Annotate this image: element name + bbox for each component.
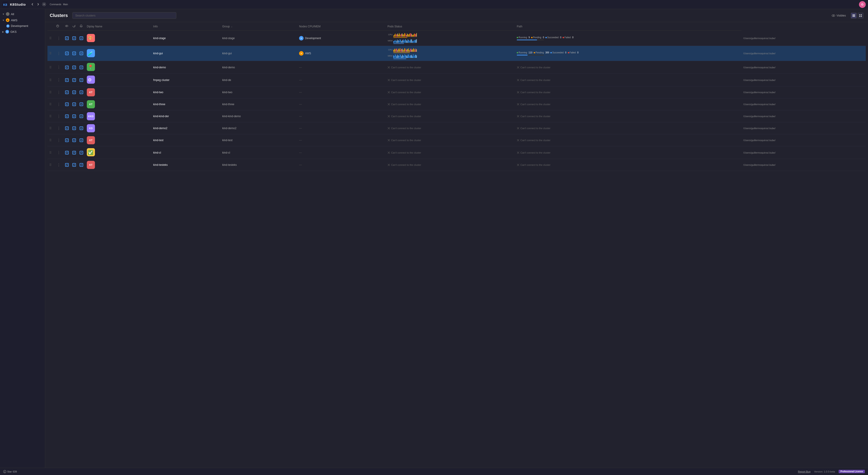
- cb2-cell: [70, 146, 78, 159]
- checkbox-2[interactable]: [72, 139, 76, 142]
- svg-rect-9: [861, 14, 862, 16]
- checkbox-2[interactable]: [72, 163, 76, 167]
- back-button[interactable]: [30, 2, 34, 7]
- drag-handle[interactable]: ⠿: [49, 151, 52, 154]
- clusters-table-container[interactable]: Diplay Name Info Group ↓ Nodes CPU/MEM P…: [45, 22, 868, 468]
- info-cell: kind-kind-demo: [220, 110, 297, 122]
- forward-button[interactable]: [36, 2, 40, 7]
- col-group[interactable]: Group ↓: [220, 22, 297, 31]
- table-row[interactable]: ⠿ ⋮ KT kind-two kind-two — Can't connect…: [48, 86, 866, 98]
- kebab-menu-button[interactable]: ⋮: [56, 51, 61, 56]
- kebab-menu-button[interactable]: ⋮: [56, 102, 61, 107]
- kebab-menu-button[interactable]: ⋮: [56, 65, 61, 70]
- drag-handle[interactable]: ⠿: [49, 78, 52, 82]
- checkbox-2[interactable]: [72, 115, 76, 118]
- table-row[interactable]: ⠿ ⋮ ⚙ fmpeg cluster kind-de — Can't conn…: [48, 74, 866, 86]
- kebab-menu-button[interactable]: ⋮: [56, 126, 61, 131]
- table-row[interactable]: ⠿ ⋮ KT kind-testeks kind-testeks — Can't…: [48, 159, 866, 171]
- drag-handle[interactable]: ⠿: [49, 52, 52, 55]
- drag-handle[interactable]: ⠿: [49, 139, 52, 142]
- checkbox-2[interactable]: [72, 78, 76, 82]
- checkbox-1[interactable]: [65, 66, 69, 69]
- cluster-display-name: kind-test: [153, 139, 163, 142]
- checkbox-3[interactable]: [80, 115, 83, 118]
- info-cell: kind-demo: [220, 61, 297, 74]
- footer-star[interactable]: ★ Star 639: [3, 470, 17, 473]
- drag-cell: ⠿: [48, 110, 54, 122]
- avatar[interactable]: G: [859, 1, 866, 8]
- sidebar-item-development[interactable]: D Development: [0, 23, 45, 29]
- checkbox-2[interactable]: [72, 90, 76, 94]
- report-bug-link[interactable]: Report Bug: [798, 470, 811, 473]
- checkbox-1[interactable]: [65, 90, 69, 94]
- sidebar-item-aws[interactable]: ▼ A AWS: [0, 17, 45, 23]
- checkbox-2[interactable]: [72, 102, 76, 106]
- table-row[interactable]: ⠿ ⋮ 🧪 kind-gui kind-gui A AWS CPU MEM: [48, 46, 866, 61]
- cant-connect-label: Can't connect to the cluster: [517, 79, 740, 82]
- cb3-cell: [78, 31, 85, 46]
- checkbox-3[interactable]: [80, 102, 83, 106]
- checkbox-3[interactable]: [80, 52, 83, 55]
- table-row[interactable]: ⠿ ⋮ KT kind-test kind-test — Can't conne…: [48, 135, 866, 146]
- checkbox-2[interactable]: [72, 126, 76, 130]
- cluster-path: /Users/guillermoquiros/.kube/: [743, 52, 775, 55]
- checkbox-1[interactable]: [65, 78, 69, 82]
- drag-handle[interactable]: ⠿: [49, 163, 52, 167]
- commands-button[interactable]: Commands: [50, 3, 61, 6]
- checkbox-1[interactable]: [65, 163, 69, 167]
- cant-connect-label: Can't connect to the cluster: [517, 91, 740, 94]
- checkbox-3[interactable]: [80, 163, 83, 167]
- checkbox-3[interactable]: [80, 151, 83, 154]
- group-badge-name: AWS: [305, 52, 311, 55]
- kebab-menu-button[interactable]: ⋮: [56, 138, 61, 143]
- checkbox-1[interactable]: [65, 115, 69, 118]
- kebab-menu-button[interactable]: ⋮: [56, 78, 61, 82]
- cant-connect-nodes: Can't connect to the cluster: [388, 139, 513, 142]
- table-row[interactable]: ⠿ ⋮ 📍 kind-demo kind-demo — Can't connec…: [48, 61, 866, 74]
- kebab-menu-button[interactable]: ⋮: [56, 90, 61, 95]
- table-row[interactable]: ⠿ ⋮ ✅ kind-cl kind-cl — Can't connect to…: [48, 146, 866, 159]
- drag-handle[interactable]: ⠿: [49, 102, 52, 106]
- checkbox-3[interactable]: [80, 126, 83, 130]
- checkbox-1[interactable]: [65, 52, 69, 55]
- checkbox-3[interactable]: [80, 36, 83, 40]
- cb3-cell: [78, 98, 85, 110]
- search-input[interactable]: [72, 12, 176, 19]
- table-row[interactable]: ⠿ ⋮ KT kind-three kind-three — Can't con…: [48, 98, 866, 110]
- checkbox-1[interactable]: [65, 102, 69, 106]
- table-row[interactable]: ⠿ ⋮ 🎨 kind-stage kind-stage D Developmen…: [48, 31, 866, 46]
- grid-view-button[interactable]: [858, 13, 864, 19]
- drag-handle[interactable]: ⠿: [49, 66, 52, 69]
- checkbox-1[interactable]: [65, 139, 69, 142]
- checkbox-2[interactable]: [72, 36, 76, 40]
- checkbox-2[interactable]: [72, 151, 76, 154]
- checkbox-3[interactable]: [80, 139, 83, 142]
- sidebar-item-gks[interactable]: ▶ G GKS: [0, 29, 45, 35]
- table-row[interactable]: ⠿ ⋮ KD kind-demo2 kind-demo2 — Can't con…: [48, 122, 866, 135]
- kebab-menu-button[interactable]: ⋮: [56, 162, 61, 168]
- checkbox-1[interactable]: [65, 36, 69, 40]
- kebab-menu-button[interactable]: ⋮: [56, 114, 61, 119]
- sidebar-item-all[interactable]: ▼ All: [0, 11, 45, 17]
- kebab-menu-button[interactable]: ⋮: [56, 36, 61, 41]
- list-view-button[interactable]: [851, 13, 857, 19]
- checkbox-1[interactable]: [65, 151, 69, 154]
- display-name-cell: kind-stage: [151, 31, 220, 46]
- kebab-menu-button[interactable]: ⋮: [56, 150, 61, 155]
- checkbox-1[interactable]: [65, 126, 69, 130]
- drag-handle[interactable]: ⠿: [49, 36, 52, 40]
- drag-handle[interactable]: ⠿: [49, 126, 52, 130]
- drag-cell: ⠿: [48, 74, 54, 86]
- checkbox-3[interactable]: [80, 78, 83, 82]
- checkbox-2[interactable]: [72, 66, 76, 69]
- main-button[interactable]: Main: [63, 3, 68, 6]
- settings-button[interactable]: [42, 2, 46, 7]
- drag-handle[interactable]: ⠿: [49, 115, 52, 118]
- table-row[interactable]: ⠿ ⋮ KKD kind-kind-der kind-kind-demo — C…: [48, 110, 866, 122]
- checkbox-3[interactable]: [80, 66, 83, 69]
- drag-handle[interactable]: ⠿: [49, 90, 52, 94]
- cluster-info: kind-demo: [222, 66, 235, 69]
- footer: ★ Star 639 Report Bug Version: 1.0.0-bet…: [0, 468, 868, 475]
- checkbox-2[interactable]: [72, 52, 76, 55]
- checkbox-3[interactable]: [80, 90, 83, 94]
